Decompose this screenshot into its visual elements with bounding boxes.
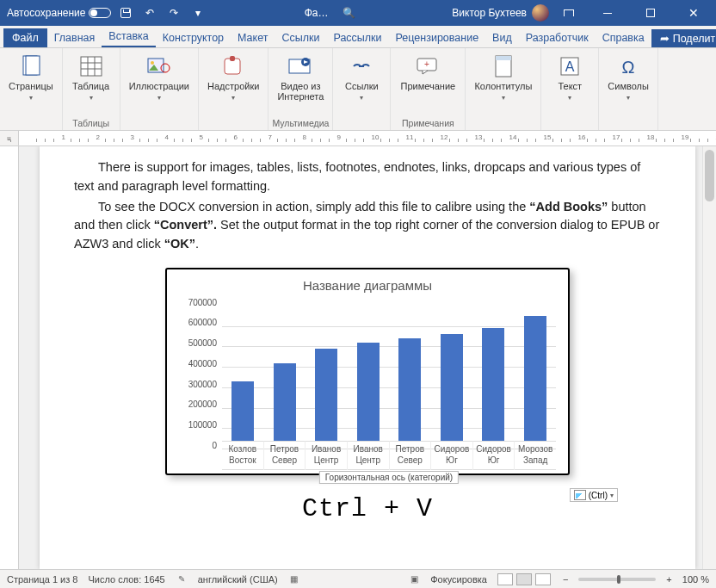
pages-icon bbox=[17, 53, 45, 79]
status-page[interactable]: Страница 1 из 8 bbox=[7, 574, 77, 585]
svg-rect-2 bbox=[81, 57, 102, 76]
zoom-out-button[interactable]: − bbox=[563, 574, 568, 585]
tab-review[interactable]: Рецензирование bbox=[389, 28, 486, 47]
tab-insert[interactable]: Вставка bbox=[102, 27, 155, 47]
svg-rect-18 bbox=[496, 56, 511, 60]
workspace: There is support for images, tables, lis… bbox=[0, 146, 716, 569]
chart-bar bbox=[524, 316, 546, 441]
document-page: There is support for images, tables, lis… bbox=[40, 146, 695, 569]
chart-bar bbox=[231, 381, 254, 441]
view-read-button[interactable] bbox=[497, 573, 513, 585]
chart-title: Название диаграммы bbox=[176, 278, 559, 293]
title-bar: Автосохранение ↶ ↷ ▾ Фа… 🔍 Виктор Бухтее… bbox=[0, 0, 716, 26]
qat-more-button[interactable]: ▾ bbox=[188, 3, 207, 22]
ribbon-options-button[interactable] bbox=[554, 0, 583, 26]
tab-help[interactable]: Справка bbox=[596, 28, 651, 47]
chart-x-label: ИвановЦентр bbox=[305, 441, 347, 470]
online-video-button[interactable]: Видео изИнтернета bbox=[272, 50, 329, 102]
vertical-scrollbar[interactable] bbox=[702, 146, 716, 569]
save-button[interactable] bbox=[116, 3, 135, 22]
svg-rect-1 bbox=[26, 56, 40, 75]
redo-button[interactable]: ↷ bbox=[164, 3, 183, 22]
tab-design[interactable]: Конструктор bbox=[156, 28, 231, 47]
zoom-value[interactable]: 100 % bbox=[682, 574, 709, 585]
tab-file[interactable]: Файл bbox=[3, 28, 47, 47]
vertical-ruler[interactable] bbox=[0, 146, 19, 569]
status-wordcount[interactable]: Число слов: 1645 bbox=[88, 574, 164, 585]
close-button[interactable]: ✕ bbox=[675, 0, 713, 26]
scrollbar-thumb[interactable] bbox=[705, 150, 714, 201]
document-title: Фа… bbox=[305, 7, 329, 19]
chart-bar bbox=[441, 334, 463, 440]
chart-x-label: СидоровЮг bbox=[430, 441, 472, 470]
headerfooter-icon bbox=[490, 53, 517, 79]
page-area[interactable]: There is support for images, tables, lis… bbox=[19, 146, 716, 569]
tab-layout[interactable]: Макет bbox=[231, 28, 275, 47]
headerfooter-button[interactable]: Колонтитулы▾ bbox=[469, 50, 537, 102]
text-button[interactable]: A Текст▾ bbox=[545, 50, 595, 102]
chart-bar bbox=[482, 328, 504, 440]
ribbon: Страницы▾ Таблица▾ Таблицы Иллюстрации▾ … bbox=[0, 48, 716, 131]
tab-view[interactable]: Вид bbox=[485, 28, 519, 47]
share-button[interactable]: ➦Поделиться bbox=[651, 29, 716, 47]
tab-home[interactable]: Главная bbox=[47, 28, 102, 47]
pages-button[interactable]: Страницы▾ bbox=[3, 50, 59, 102]
search-icon[interactable]: 🔍 bbox=[343, 7, 355, 19]
horizontal-ruler[interactable]: ц 1234567891011121314151617181920 bbox=[0, 131, 716, 146]
chart-bar bbox=[357, 343, 380, 441]
symbols-icon: Ω bbox=[614, 53, 642, 79]
toggle-off-icon bbox=[89, 8, 111, 18]
view-web-button[interactable] bbox=[535, 573, 551, 585]
embedded-chart[interactable]: Название диаграммы 010000020000030000040… bbox=[165, 268, 570, 475]
tab-mailings[interactable]: Рассылки bbox=[326, 28, 388, 47]
tab-developer[interactable]: Разработчик bbox=[519, 28, 596, 47]
svg-text:+: + bbox=[424, 59, 429, 69]
maximize-button[interactable] bbox=[632, 0, 670, 26]
links-icon bbox=[348, 53, 375, 79]
zoom-slider[interactable] bbox=[578, 578, 656, 581]
share-icon: ➦ bbox=[660, 32, 670, 45]
chart-x-label: ПетровСевер bbox=[389, 441, 431, 470]
svg-rect-11 bbox=[230, 56, 235, 61]
minimize-button[interactable] bbox=[589, 0, 626, 26]
ruler-corner: ц bbox=[0, 131, 19, 146]
chart-x-label: КозловВосток bbox=[222, 441, 263, 470]
status-focus[interactable]: Фокусировка bbox=[430, 574, 487, 585]
svg-text:Ω: Ω bbox=[622, 58, 635, 77]
tab-references[interactable]: Ссылки bbox=[275, 28, 326, 47]
paste-options-button[interactable]: (Ctrl) ▾ bbox=[570, 488, 618, 502]
illustrations-button[interactable]: Иллюстрации▾ bbox=[124, 50, 194, 102]
group-media-label: Мультимедиа bbox=[272, 118, 329, 130]
close-icon: ✕ bbox=[688, 6, 699, 20]
autosave-label: Автосохранение bbox=[7, 7, 85, 19]
table-button[interactable]: Таблица▾ bbox=[66, 50, 116, 102]
links-button[interactable]: Ссылки▾ bbox=[336, 50, 386, 102]
svg-point-8 bbox=[151, 61, 154, 65]
user-name: Виктор Бухтеев bbox=[452, 7, 527, 19]
svg-text:A: A bbox=[565, 59, 575, 74]
video-icon bbox=[287, 53, 314, 79]
zoom-in-button[interactable]: + bbox=[666, 574, 671, 585]
macro-icon[interactable]: ▦ bbox=[288, 573, 300, 585]
avatar[interactable] bbox=[532, 4, 549, 22]
text-icon: A bbox=[556, 53, 583, 79]
save-icon bbox=[120, 8, 131, 18]
comment-icon: + bbox=[414, 53, 441, 79]
focus-icon: ▣ bbox=[408, 573, 420, 585]
addins-icon bbox=[219, 53, 247, 79]
chart-bar bbox=[274, 363, 296, 441]
chart-x-label: ИвановЦентр bbox=[347, 441, 389, 470]
autosave-toggle[interactable]: Автосохранение bbox=[7, 7, 111, 19]
status-language[interactable]: английский (США) bbox=[198, 574, 278, 585]
addins-button[interactable]: Надстройки▾ bbox=[202, 50, 264, 102]
chart-bar bbox=[315, 349, 337, 441]
body-text[interactable]: There is support for images, tables, lis… bbox=[74, 158, 661, 254]
paragraph: To see the DOCX conversion in action, si… bbox=[74, 198, 661, 254]
spellcheck-icon[interactable]: ✎ bbox=[176, 573, 188, 585]
undo-button[interactable]: ↶ bbox=[140, 3, 159, 22]
symbols-button[interactable]: Ω Символы▾ bbox=[602, 50, 654, 102]
view-print-button[interactable] bbox=[516, 573, 532, 585]
ribbon-tabs: Файл Главная Вставка Конструктор Макет С… bbox=[0, 26, 716, 48]
axis-tooltip: Горизонтальная ось (категорий) bbox=[319, 471, 459, 484]
comment-button[interactable]: + Примечание bbox=[394, 50, 461, 91]
